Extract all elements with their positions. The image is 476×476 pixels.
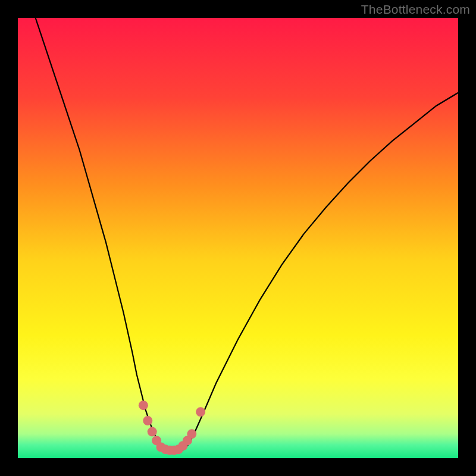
curve-marker <box>187 429 196 439</box>
curve-marker <box>148 427 157 437</box>
bottleneck-chart <box>18 18 458 458</box>
chart-frame: TheBottleneck.com <box>0 0 476 476</box>
curve-marker <box>143 416 152 425</box>
curve-marker <box>196 407 205 416</box>
plot-area <box>18 18 458 458</box>
curve-marker <box>139 400 148 410</box>
gradient-background <box>18 18 458 458</box>
watermark-label: TheBottleneck.com <box>361 2 470 17</box>
